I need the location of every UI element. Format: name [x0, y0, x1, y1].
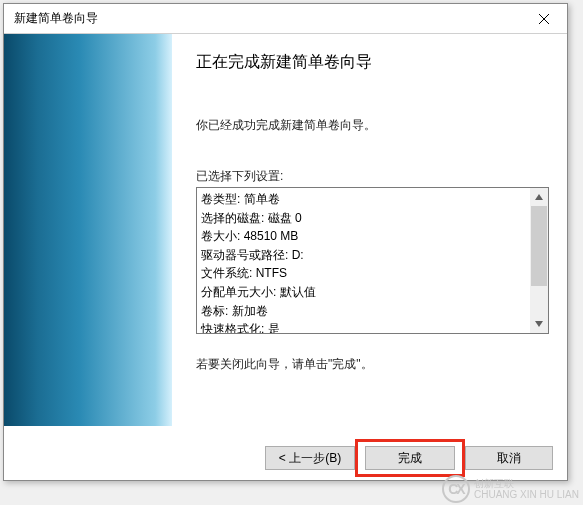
button-row: < 上一步(B) 完成 取消: [265, 446, 553, 470]
settings-line: 卷大小: 48510 MB: [201, 227, 526, 246]
settings-textbox[interactable]: 卷类型: 简单卷选择的磁盘: 磁盘 0卷大小: 48510 MB驱动器号或路径:…: [196, 187, 549, 334]
close-icon: [539, 14, 549, 24]
settings-line: 文件系统: NTFS: [201, 264, 526, 283]
finish-button[interactable]: 完成: [365, 446, 455, 470]
settings-line: 驱动器号或路径: D:: [201, 246, 526, 265]
settings-line: 卷标: 新加卷: [201, 302, 526, 321]
scrollbar-thumb[interactable]: [531, 206, 547, 286]
chevron-up-icon: [535, 194, 543, 200]
content-area: 正在完成新建简单卷向导 你已经成功完成新建简单卷向导。 已选择下列设置: 卷类型…: [4, 34, 567, 426]
settings-line: 卷类型: 简单卷: [201, 190, 526, 209]
close-button[interactable]: [521, 4, 567, 34]
watermark-line2: CHUANG XIN HU LIAN: [474, 489, 579, 500]
scroll-up-button[interactable]: [530, 188, 548, 206]
watermark: CX 创新互联 CHUANG XIN HU LIAN: [442, 475, 579, 503]
settings-label: 已选择下列设置:: [196, 168, 549, 185]
scroll-down-button[interactable]: [530, 315, 548, 333]
settings-line: 快速格式化: 是: [201, 320, 526, 333]
window-title: 新建简单卷向导: [14, 10, 98, 27]
main-panel: 正在完成新建简单卷向导 你已经成功完成新建简单卷向导。 已选择下列设置: 卷类型…: [172, 34, 567, 426]
settings-line: 选择的磁盘: 磁盘 0: [201, 209, 526, 228]
completion-text: 你已经成功完成新建简单卷向导。: [196, 117, 549, 134]
back-button[interactable]: < 上一步(B): [265, 446, 355, 470]
watermark-line1: 创新互联: [474, 478, 579, 489]
watermark-text: 创新互联 CHUANG XIN HU LIAN: [474, 478, 579, 500]
wizard-window: 新建简单卷向导 正在完成新建简单卷向导 你已经成功完成新建简单卷向导。 已选择下…: [3, 3, 568, 481]
watermark-logo-icon: CX: [442, 475, 470, 503]
wizard-sidebar-graphic: [4, 34, 172, 426]
vertical-scrollbar[interactable]: [530, 188, 548, 333]
settings-line: 分配单元大小: 默认值: [201, 283, 526, 302]
settings-content: 卷类型: 简单卷选择的磁盘: 磁盘 0卷大小: 48510 MB驱动器号或路径:…: [197, 188, 530, 333]
cancel-button[interactable]: 取消: [465, 446, 553, 470]
titlebar: 新建简单卷向导: [4, 4, 567, 34]
svg-marker-3: [535, 321, 543, 327]
page-heading: 正在完成新建简单卷向导: [196, 52, 549, 73]
footer-instruction: 若要关闭此向导，请单击"完成"。: [196, 356, 549, 373]
svg-marker-2: [535, 194, 543, 200]
chevron-down-icon: [535, 321, 543, 327]
